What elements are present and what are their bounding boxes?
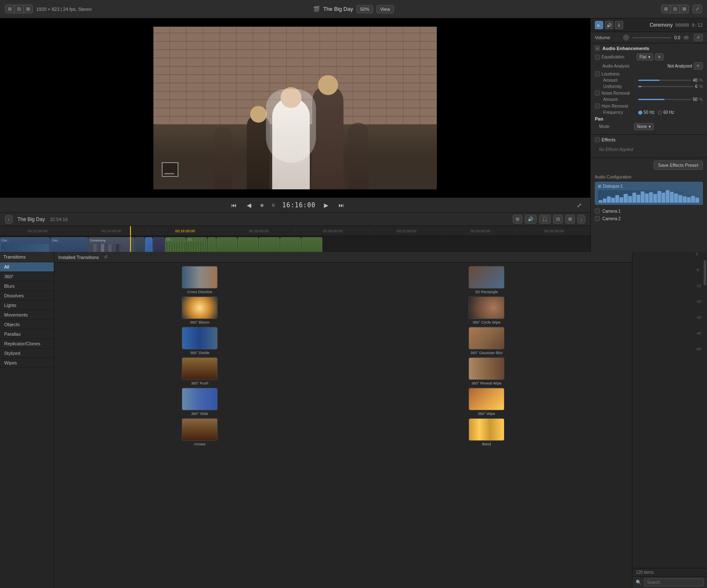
pan-row: Pan <box>595 116 703 121</box>
fullscreen-btn[interactable]: ⤢ <box>692 5 702 13</box>
skip-fwd-btn[interactable]: ⏭ <box>337 201 346 209</box>
loudness-uniformity-row: Uniformity 6 % <box>595 84 703 89</box>
freq-50-radio[interactable] <box>638 111 642 115</box>
top-section: ⏮ ◀ ⏺ ⏸ 16:16:00 ▶ ⏭ ⤢ ‹ The Big Day 32:… <box>0 18 707 252</box>
top-bar-center: 🎬 The Big Day 50% View <box>237 5 469 13</box>
trans-3d-rect[interactable]: 3D Rectangle <box>344 266 629 294</box>
tl-tool-5[interactable]: ⊠ <box>565 215 575 224</box>
loudness-checkbox[interactable] <box>595 71 600 76</box>
freq-60-option[interactable]: 60 Hz <box>658 110 674 115</box>
trans-360-circle-wipe[interactable]: 360° Circle Wipe <box>344 297 629 324</box>
trans-360-slide[interactable]: 360° Slide <box>58 388 342 416</box>
effects-checkbox[interactable] <box>595 137 600 142</box>
noise-amount-unit: % <box>699 97 703 102</box>
tl-tool-2[interactable]: 🔊 <box>525 215 537 224</box>
noise-removal-row: Noise Removal <box>595 90 703 95</box>
ruler-mark-4: 00:20:00:00 <box>295 229 369 233</box>
audio-enhancements-section: ▾ Audio Enhancements Equalization Flat ▾ <box>591 43 707 135</box>
volume-reset-btn[interactable]: ↺ <box>694 34 703 41</box>
info-inspector-tab[interactable]: ℹ <box>615 21 623 29</box>
no-effects-text: No Effects Applied <box>599 147 633 152</box>
trans-360-slide-name: 360° Slide <box>191 412 208 416</box>
top-right-icons[interactable]: ⊞ ⊟ ⊠ <box>661 5 689 13</box>
tl-tool-3[interactable]: 🎧 <box>539 215 551 224</box>
equalization-arrow: ▾ <box>648 55 650 59</box>
camera2-checkbox[interactable] <box>595 216 600 221</box>
browser-btn[interactable]: ⊠ <box>680 5 689 13</box>
trans-cross-dissolve[interactable]: Cross Dissolve <box>58 266 342 294</box>
search-input[interactable] <box>644 578 704 586</box>
next-frame-btn[interactable]: ▶ <box>322 201 330 209</box>
trans-band[interactable]: Band <box>344 418 629 446</box>
fullscreen-view-btn[interactable]: ⤢ <box>575 201 584 209</box>
category-parallax[interactable]: Parallax <box>0 329 54 339</box>
view-mode-group[interactable]: ⊞ ⊟ ⊠ <box>5 5 33 13</box>
noise-removal-checkbox[interactable] <box>595 90 600 95</box>
video-inspector-tab[interactable]: ▶ <box>595 21 603 29</box>
category-wipes[interactable]: Wipes <box>0 358 54 368</box>
ruler-marks: 00:12:00:00 00:14:00:00 00:16:00:00 00:1… <box>0 229 590 233</box>
play-status-icon: ⏺ <box>260 203 264 208</box>
pan-mode-dropdown[interactable]: None ▾ <box>634 123 654 130</box>
waveform-display <box>598 190 700 203</box>
tl-tool-6[interactable]: ↓ <box>577 215 586 224</box>
volume-knob[interactable] <box>623 35 629 40</box>
camera2-label: Camera 2 <box>602 216 621 221</box>
audio-config-title: Audio Configuration <box>595 175 703 179</box>
trans-arrows[interactable]: Arrows <box>58 418 342 446</box>
freq-60-radio[interactable] <box>658 111 662 115</box>
filmstrip-btn[interactable]: ⊞ <box>5 5 15 13</box>
equalization-checkbox[interactable] <box>595 55 600 60</box>
trans-360-push[interactable]: 360° Push <box>58 357 342 385</box>
zoom-button[interactable]: 50% <box>356 5 373 13</box>
hum-removal-checkbox[interactable] <box>595 103 600 108</box>
compound-left: ⏮ ◀ ⏺ ⏸ 16:16:00 ▶ ⏭ ⤢ ‹ The Big Day 32:… <box>0 18 707 588</box>
category-lights[interactable]: Lights <box>0 301 54 310</box>
audio-enhancements-toggle[interactable]: ▾ <box>595 46 600 51</box>
trans-360-bloom-name: 360° Bloom <box>190 320 210 324</box>
save-effects-preset-btn[interactable]: Save Effects Preset <box>654 161 703 170</box>
noise-amount-row: Amount 50 % <box>595 97 703 102</box>
category-360[interactable]: 360° <box>0 272 54 281</box>
tl-back-btn[interactable]: ‹ <box>5 215 13 224</box>
loudness-amount-slider[interactable] <box>638 80 691 81</box>
detail-btn[interactable]: ⊠ <box>24 5 33 13</box>
trans-360-bloom[interactable]: 360° Bloom <box>58 297 342 324</box>
category-all[interactable]: All <box>0 262 54 272</box>
effects-btn[interactable]: ⊟ <box>671 5 680 13</box>
trans-count-row: 120 items <box>632 568 707 576</box>
trans-360-divide[interactable]: 360° Divide <box>58 327 342 355</box>
equalization-dropdown[interactable]: Flat ▾ <box>637 53 653 60</box>
audio-analyze-btn[interactable]: ⟳ <box>694 62 703 70</box>
volume-slider[interactable] <box>632 37 671 38</box>
freq-60-label: 60 Hz <box>663 110 674 115</box>
category-blurs[interactable]: Blurs <box>0 281 54 291</box>
tl-tool-4[interactable]: ⊟ <box>553 215 563 224</box>
inspector-btn[interactable]: ⊞ <box>662 5 671 13</box>
tl-tool-1[interactable]: ⊞ <box>513 215 522 224</box>
trans-360-wipe[interactable]: 360° Wipe <box>344 388 629 416</box>
category-movements[interactable]: Movements <box>0 310 54 320</box>
loudness-uniformity-slider[interactable] <box>638 86 694 87</box>
loudness-uniformity-label: Uniformity <box>603 84 637 89</box>
skip-back-btn[interactable]: ⏮ <box>229 201 238 209</box>
audio-analysis-row: Audio Analysis Not Analyzed ⟳ <box>595 62 703 70</box>
camera1-checkbox[interactable] <box>595 209 600 214</box>
scroll-thumb-right[interactable] <box>704 260 706 285</box>
audio-inspector-tab[interactable]: 🔊 <box>605 21 613 29</box>
trans-3d-rect-thumb <box>469 266 504 289</box>
view-button[interactable]: View <box>376 5 394 13</box>
dialogue-title: Dialogue-1 <box>603 184 623 188</box>
equalization-edit-btn[interactable]: ⊞ <box>655 53 664 60</box>
search-icon: 🔍 <box>636 580 642 585</box>
category-replicator[interactable]: Replicator/Clones <box>0 339 54 349</box>
list-btn[interactable]: ⊟ <box>15 5 24 13</box>
trans-360-reveal[interactable]: 360° Reveal Wipe <box>344 357 629 385</box>
prev-frame-btn[interactable]: ◀ <box>245 201 253 209</box>
noise-amount-slider[interactable] <box>638 99 691 100</box>
freq-50-option[interactable]: 50 Hz <box>638 110 654 115</box>
category-dissolves[interactable]: Dissolves <box>0 291 54 301</box>
category-objects[interactable]: Objects <box>0 320 54 329</box>
trans-360-gaussian[interactable]: 360° Gaussian Blur <box>344 327 629 355</box>
category-stylized[interactable]: Stylized <box>0 349 54 358</box>
